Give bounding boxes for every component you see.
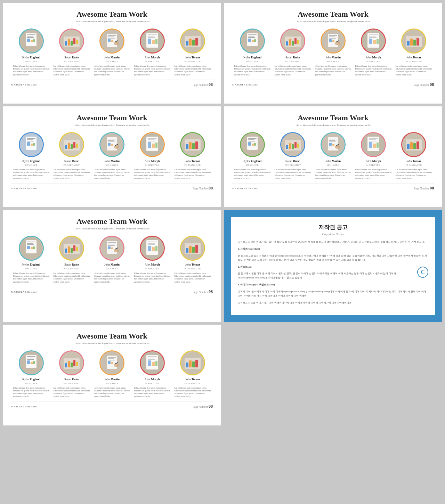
svg-rect-156 — [27, 244, 34, 245]
svg-rect-120 — [252, 144, 254, 146]
member-desc-john-4: Lid est laborum dolo numes fugats untras… — [315, 168, 351, 180]
member-name-sarah-3: Sarah Ruise — [64, 159, 79, 163]
member-role-sarah-2: PROGRAMIST — [285, 60, 301, 63]
svg-rect-163 — [68, 246, 70, 253]
svg-rect-124 — [286, 145, 288, 149]
avatar-john — [99, 29, 124, 54]
member-name-alex-4: Alex Morph — [366, 159, 381, 163]
avatar-svg-3-1 — [20, 133, 43, 156]
member-name-tomaz-5: John Tomaz — [185, 263, 200, 267]
brand-logo-7: MARCULA& Business — [11, 405, 38, 408]
avatar-img-alex-3 — [141, 133, 164, 156]
avatar-kyler-5 — [19, 236, 44, 261]
member-role-tomaz-2: PR MANAGER — [405, 60, 422, 63]
avatar-img-tomaz-4 — [402, 133, 425, 156]
avatar-svg-3-3 — [100, 133, 123, 156]
member-role-john-4: MANAGER — [327, 164, 339, 166]
slide-footer-3: MARCULA& Business Page Number 08 — [11, 183, 213, 191]
avatar-svg-7-1 — [20, 351, 43, 374]
avatar-img-alex — [141, 30, 164, 52]
avatar-svg-4-1 — [241, 133, 264, 156]
member-role-sarah: PROGRAMIST — [64, 60, 80, 63]
member-john-martin: John Martin MANAGER Lid est laborum dolo… — [94, 29, 130, 76]
member-role-kyler-4: DESIGNER — [246, 164, 259, 166]
member-role-sarah-4: PROGRAMIST — [285, 164, 301, 166]
svg-point-22 — [114, 42, 119, 45]
svg-rect-181 — [148, 246, 151, 251]
member-name-kyler-5: Kyler England — [22, 263, 40, 267]
svg-rect-73 — [410, 39, 413, 46]
svg-rect-148 — [407, 144, 410, 149]
avatar-svg-4-4 — [362, 133, 385, 156]
member-desc-tomaz-5: Lid est laborum dolo numes fugats untras… — [175, 272, 211, 283]
copyright-section1-title: 1. 저작권(Copyright) — [238, 247, 428, 251]
member-role-kyler-2: DESIGNER — [246, 60, 259, 63]
svg-rect-21 — [111, 40, 113, 42]
slide-4: Awesome Team Work Lid est laborum dolo r… — [224, 106, 442, 207]
svg-rect-45 — [254, 39, 256, 42]
brand-logo-4: MARCULA& Business — [232, 186, 259, 190]
svg-rect-186 — [186, 248, 188, 253]
svg-rect-155 — [27, 243, 33, 244]
svg-rect-218 — [148, 359, 155, 360]
avatar-tomaz-5 — [180, 236, 205, 261]
svg-rect-119 — [248, 142, 251, 146]
member-alex-7: Alex Morph MARKETER Lid est laborum dolo… — [134, 350, 170, 398]
avatar-svg-7-3 — [100, 351, 123, 374]
svg-rect-201 — [68, 361, 70, 367]
copyright-footer-text: 고귀하고 새로운 이야기이가 이에 이에이이다에 이에 이에에이 이에 이에에 … — [238, 301, 428, 305]
page-number-2: Page Number 08 — [414, 82, 434, 87]
member-sarah-5: Sarah Ruise PROGRAMIST Lid est laborum d… — [54, 236, 90, 283]
member-desc-sarah: Lid est laborum dolo numes fugats untras… — [54, 65, 90, 76]
member-desc-tomaz-4: Lid est laborum dolo numes fugats untras… — [396, 168, 432, 180]
avatar-img-tomaz — [181, 30, 204, 52]
avatar-svg-2-5 — [402, 30, 425, 52]
member-desc-john-2: Lid est laborum dolo numes fugats untras… — [315, 65, 351, 76]
avatar-sarah-7 — [59, 350, 84, 375]
slide-title-1: Awesome Team Work — [11, 10, 213, 19]
page-number-1: Page Number 08 — [193, 82, 213, 87]
member-desc-tomaz-7: Lid est laborum dolo numes fugats untras… — [175, 387, 211, 398]
svg-rect-49 — [289, 39, 291, 46]
svg-rect-29 — [148, 39, 151, 44]
svg-rect-127 — [294, 142, 297, 148]
member-name-sarah-4: Sarah Ruise — [285, 159, 300, 163]
svg-rect-225 — [189, 360, 192, 367]
slide-1: Awesome Team Work Lid est laborum dolo r… — [3, 3, 221, 104]
member-role-alex-4: MARKETER — [366, 164, 380, 166]
svg-rect-34 — [186, 41, 188, 46]
slide-footer-5: MARCULA& Business Page Number 08 — [11, 287, 213, 294]
slide-2: Awesome Team Work Lid est laborum dolo r… — [224, 3, 442, 104]
svg-rect-208 — [108, 358, 114, 359]
copyright-title: 저작권 공고 — [238, 224, 428, 231]
member-kyler-5: Kyler England DESIGNER Lid est laborum d… — [13, 236, 49, 283]
svg-rect-51 — [294, 38, 297, 44]
avatar-img-alex-2 — [362, 30, 385, 52]
svg-rect-180 — [148, 244, 155, 245]
member-name-john-3: John Martin — [104, 159, 120, 163]
member-desc-alex-3: Lid est laborum dolo numes fugats untras… — [134, 168, 170, 180]
svg-rect-143 — [369, 142, 372, 148]
avatar-svg-2-4 — [362, 30, 385, 52]
member-name-kyler-4: Kyler England — [243, 159, 261, 163]
member-sarah-4: Sarah Ruise PROGRAMIST Lid est laborum d… — [275, 132, 311, 180]
svg-rect-87 — [68, 143, 70, 149]
svg-rect-20 — [108, 39, 111, 42]
svg-rect-42 — [248, 37, 255, 38]
member-alex-3: Alex Morph MARKETER Lid est laborum dolo… — [134, 132, 170, 180]
svg-rect-157 — [27, 246, 30, 249]
svg-rect-194 — [27, 359, 34, 360]
slide-footer-2: MARCULA& Business Page Number 08 — [232, 80, 434, 87]
avatar-sarah — [59, 29, 84, 54]
avatar-svg-7-5 — [181, 351, 204, 374]
member-name-sarah-2: Sarah Ruise — [285, 56, 300, 59]
slide-subtitle-7: Lid est laborum dolo rumes fugats untras… — [11, 342, 213, 346]
svg-rect-48 — [286, 41, 288, 46]
member-name-alex-2: Alex Morph — [366, 56, 381, 59]
member-desc-alex-4: Lid est laborum dolo numes fugats untras… — [355, 168, 391, 180]
avatar-svg-3-4 — [141, 133, 164, 156]
avatar-alex-3 — [140, 132, 165, 157]
member-tomaz-4: John Tomaz PR MANAGER Lid est laborum do… — [396, 132, 432, 180]
copyright-section1-body: 본 문서의고요 있는 저작권은 이에 콘텐츠(ContentStudio)에서,… — [238, 254, 428, 262]
svg-rect-133 — [329, 141, 336, 142]
